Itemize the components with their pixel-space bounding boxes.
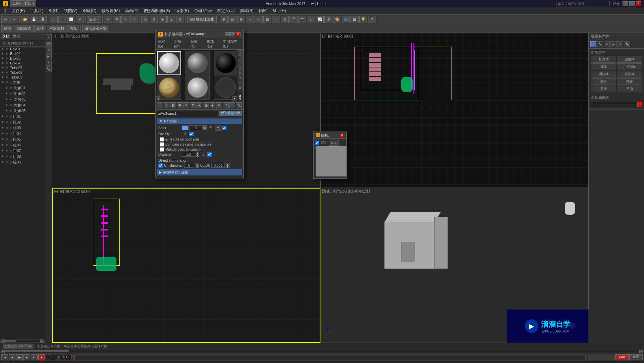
display-icon[interactable]: 👁 [46, 60, 52, 66]
anim-play[interactable]: ▶ [16, 354, 23, 360]
btn-sphere[interactable]: 球体 [591, 63, 616, 70]
tb-angle-snap[interactable]: ∠ [167, 16, 175, 23]
scene-item-grp05[interactable]: 👁 ❄ ▷ 组05 [0, 137, 45, 142]
mat-preview-5[interactable] [185, 75, 210, 100]
btn-box[interactable]: 长方体 [591, 56, 616, 63]
menu-help[interactable]: 帮助(H) [270, 7, 289, 14]
compensate-check[interactable] [160, 142, 164, 147]
scroll-left[interactable]: ◂ [1, 340, 5, 343]
menu-animation[interactable]: 动画(A) [122, 7, 141, 14]
multiply-check[interactable] [160, 147, 164, 152]
menu-graph-editor[interactable]: 图形编辑器(G) [141, 7, 172, 14]
maximize-btn[interactable]: □ [629, 1, 635, 6]
btn-pyramid[interactable]: 棱锥 [617, 78, 642, 85]
menu-file[interactable]: 文件(F) [9, 7, 28, 14]
timeline-track[interactable] [73, 354, 586, 360]
opacity-enabled[interactable] [189, 132, 194, 136]
scene-item-grp03[interactable]: 👁 ❄ ▷ 组03 [0, 125, 45, 131]
tab-populate[interactable]: 填充 [67, 25, 79, 32]
sort-label[interactable]: 名称(按升序排序) [7, 41, 33, 46]
cutoff-down[interactable]: ▼ [226, 165, 229, 168]
tb-array[interactable]: ▦ [263, 16, 271, 23]
scene-item-grp01[interactable]: 👁 ❄ ▷ 组01 [0, 114, 45, 119]
menu-script[interactable]: 脚本(S) [237, 7, 256, 14]
scroll-track[interactable] [5, 340, 40, 342]
subdivs-input[interactable] [184, 163, 194, 168]
displace-up[interactable]: ▲ [196, 152, 199, 154]
timeline-scroll-track[interactable] [5, 350, 639, 352]
btn-tube[interactable]: 管状体 [617, 71, 642, 77]
btn-plane[interactable]: 平面 [617, 86, 642, 92]
tab-freeform[interactable]: 自由形式 [14, 25, 34, 32]
cutoff-up[interactable]: ▲ [226, 163, 229, 165]
anim-start[interactable]: |◂ [1, 354, 8, 360]
hint-box[interactable]: 欢迎使用 MAXSc▶ [3, 344, 34, 349]
menu-tools[interactable]: 工具(T) [28, 7, 46, 14]
btn-teapot[interactable]: 茶壶 [591, 86, 616, 92]
scene-item-tube08[interactable]: 👁 ❄ Tube08 [0, 70, 45, 75]
displace-down[interactable]: ▼ [196, 154, 199, 157]
tb-schematic[interactable]: 🔗 [324, 16, 332, 23]
color-map-btn[interactable]: M [215, 125, 221, 131]
mat-menu-options[interactable]: 选项(O) [206, 39, 219, 49]
btn-geosphere[interactable]: 几何球体 [617, 63, 642, 70]
subdivs-up[interactable]: ▲ [196, 163, 199, 165]
mat-preview-3[interactable] [214, 51, 238, 75]
scroll-right[interactable]: ▸ [40, 340, 44, 343]
tb-save-as[interactable]: 🗄 [39, 16, 47, 23]
scene-item-grp02[interactable]: 👁 ❄ ▷ 组02 [0, 119, 45, 125]
tab-modeling[interactable]: 建模 [1, 25, 13, 32]
tb-move[interactable]: ✛ [104, 16, 112, 23]
scene-item-grp07[interactable]: 👁 ❄ ▷ 组07 [0, 148, 45, 154]
tb-select-window[interactable]: ⬜ [67, 16, 75, 23]
tb-open[interactable]: 📂 [21, 16, 29, 23]
tb-mirror[interactable]: ↔ [246, 16, 254, 23]
scene-item-box01[interactable]: 👁 ❄ Box01 [0, 47, 45, 51]
tab-obj-paint[interactable]: 对象绘制 [47, 25, 66, 32]
tb-mat-pick[interactable]: ◈ [210, 102, 216, 108]
tb-options[interactable]: 🔧 [236, 102, 242, 108]
timeline-scroll-left[interactable]: ◂ [1, 350, 5, 353]
display-panel-icon[interactable]: 👁 [617, 41, 623, 47]
mat-put-icon[interactable]: ↑ [238, 60, 243, 65]
menu-custom[interactable]: 自定义(U) [214, 7, 237, 14]
tb-save[interactable]: 💾 [30, 16, 38, 23]
color-spin-down[interactable]: ▼ [203, 128, 207, 130]
tb-rotate[interactable]: ↻ [113, 16, 121, 23]
keying-set-display[interactable] [588, 355, 614, 360]
utility-panel-icon[interactable]: 🔩 [624, 41, 630, 47]
anim-prev-frame[interactable]: ◂ [9, 354, 15, 360]
tb-scale[interactable]: ⤡ [121, 16, 129, 23]
motion-icon[interactable]: ▶ [46, 53, 52, 59]
color-spin-up[interactable]: ▲ [203, 125, 207, 128]
tb-environ[interactable]: 🌐 [342, 16, 350, 23]
on-check[interactable] [158, 163, 163, 168]
name-color-swatch[interactable] [637, 102, 642, 107]
tb-select[interactable]: ↕ [50, 16, 58, 23]
hierarchy-icon[interactable]: ⊕ [46, 47, 52, 53]
mat-menu-material[interactable]: 材质(M) [173, 39, 187, 49]
btn-torus[interactable]: 圆环 [591, 78, 616, 85]
menu-content[interactable]: 内容 [256, 7, 270, 14]
create-icon[interactable]: + [46, 34, 52, 40]
scene-item-obj03[interactable]: 👁 ❄ 对象03 [0, 97, 45, 102]
mat-menu-nav[interactable]: 导航(N) [190, 39, 203, 49]
tb-align[interactable]: ⊢ [255, 16, 263, 23]
tb-redo[interactable]: ↪ [10, 16, 18, 23]
timeline-scroll-right[interactable]: ▸ [639, 350, 643, 353]
tb-sample-uv[interactable]: ⊞ [177, 102, 183, 108]
mat-bg-icon[interactable]: ▦ [238, 86, 243, 90]
scene-item-tube07[interactable]: 👁 ❄ Tube07 [0, 65, 45, 70]
emit-back-check[interactable] [160, 137, 164, 142]
scene-item-obj01[interactable]: 👁 ❄ 对象01 [0, 85, 45, 91]
menu-view[interactable]: 视图(V) [61, 7, 80, 14]
mat-reset-icon[interactable]: ↺ [238, 65, 243, 70]
scene-item-grp09[interactable]: 👁 ❄ ▷ 组09 [0, 159, 45, 165]
menu-group[interactable]: 组(G) [46, 7, 61, 14]
tb-mat[interactable]: ◇ [307, 16, 315, 23]
tb-spacing[interactable]: ⋯ [272, 16, 280, 23]
tb-layer[interactable]: ▤ [228, 16, 236, 23]
scene-item-grp04[interactable]: 👁 ❄ ▷ 组04 [0, 131, 45, 137]
maxscript-hint[interactable]: 欢迎使用 MAXSc▶ [3, 344, 34, 349]
mat-menu-utils[interactable]: 实用程序(U) [222, 39, 242, 49]
